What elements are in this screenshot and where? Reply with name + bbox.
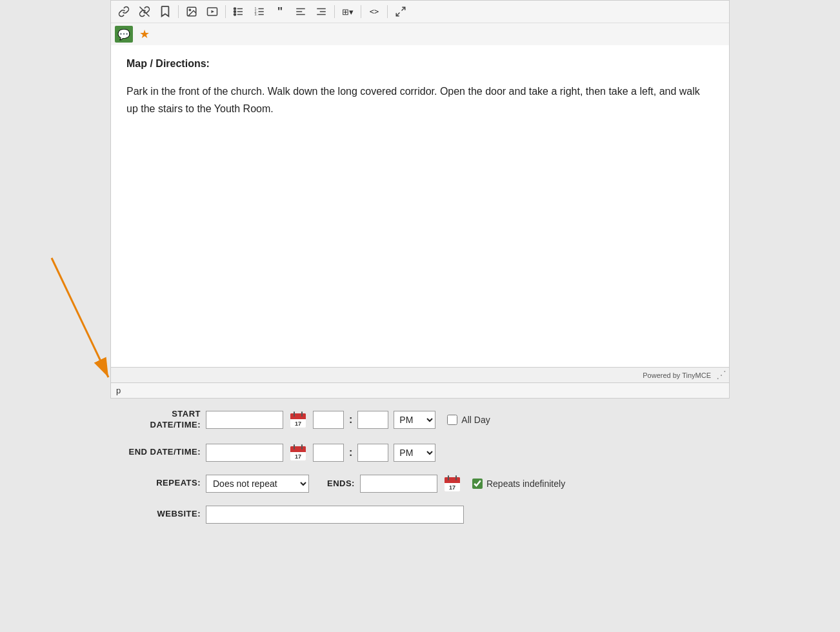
- status-char: p: [116, 386, 121, 395]
- editor-status-bar: p: [110, 383, 730, 399]
- end-hour-input[interactable]: 6: [313, 444, 344, 462]
- start-ampm-select[interactable]: AM PM: [394, 411, 435, 429]
- toolbar-row-2: 💬 ★: [111, 23, 729, 45]
- end-datetime-label: END DATE/TIME:: [110, 447, 201, 458]
- media-button[interactable]: [203, 3, 221, 20]
- fullscreen-button[interactable]: [392, 3, 410, 20]
- toolbar-row-1: 1. 2. 3. ": [111, 1, 729, 23]
- start-date-input[interactable]: 1/18/2019: [206, 411, 283, 429]
- svg-point-8: [234, 8, 236, 10]
- svg-rect-44: [445, 480, 460, 483]
- repeats-indefinitely-label: Repeats indefinitely: [472, 479, 565, 489]
- start-minute-input[interactable]: 00: [357, 411, 388, 429]
- sep4: [361, 5, 361, 18]
- svg-point-12: [234, 14, 236, 15]
- svg-line-26: [396, 13, 399, 16]
- all-day-text: All Day: [461, 415, 490, 425]
- svg-rect-30: [290, 417, 306, 419]
- website-label: WEBSITE:: [110, 509, 201, 520]
- all-day-label: All Day: [447, 415, 490, 425]
- blockquote-button[interactable]: ": [271, 3, 289, 20]
- page-wrapper: 1. 2. 3. ": [0, 0, 840, 632]
- ends-calendar-icon[interactable]: 17: [443, 475, 462, 493]
- all-day-checkbox[interactable]: [447, 415, 457, 425]
- svg-text:17: 17: [295, 420, 301, 427]
- code-button[interactable]: <>: [365, 3, 383, 20]
- svg-text:17: 17: [449, 484, 455, 491]
- svg-point-4: [189, 9, 190, 10]
- start-time-colon: :: [349, 414, 352, 426]
- sep1: [178, 5, 179, 18]
- numbered-list-button[interactable]: 1. 2. 3.: [250, 3, 268, 20]
- sep5: [387, 5, 388, 18]
- sep3: [334, 5, 335, 18]
- image-button[interactable]: [183, 3, 201, 20]
- svg-point-10: [234, 11, 236, 13]
- form-section: STARTDATE/TIME: 1/18/2019 17 6 : 00 AM P…: [110, 399, 730, 547]
- end-date-input[interactable]: 1/18/2019: [206, 444, 283, 462]
- table-button[interactable]: ⊞▾: [339, 3, 357, 20]
- start-date-calendar-icon[interactable]: 17: [288, 411, 308, 429]
- ends-label: ENDS:: [327, 479, 355, 488]
- align-right-button[interactable]: [312, 3, 330, 20]
- tinymce-bar: Powered by TinyMCE ⋰: [110, 368, 730, 383]
- end-minute-input[interactable]: 00: [357, 444, 388, 462]
- repeats-indefinitely-text: Repeats indefinitely: [486, 479, 565, 489]
- svg-text:17: 17: [295, 453, 301, 460]
- website-input[interactable]: [206, 506, 464, 524]
- repeats-row: REPEATS: Does not repeat Daily Weekly Mo…: [110, 475, 730, 493]
- start-datetime-row: STARTDATE/TIME: 1/18/2019 17 6 : 00 AM P…: [110, 409, 730, 431]
- bookmark-button[interactable]: [156, 3, 174, 20]
- end-time-colon: :: [349, 447, 352, 459]
- ends-date-input[interactable]: [360, 475, 437, 493]
- svg-marker-6: [212, 10, 215, 14]
- svg-line-1: [52, 258, 108, 377]
- sep2: [225, 5, 226, 18]
- repeats-label: REPEATS:: [110, 478, 201, 489]
- end-datetime-row: END DATE/TIME: 1/18/2019 17 6 : 00 AM PM: [110, 444, 730, 462]
- svg-text:3.: 3.: [255, 12, 257, 16]
- resize-handle[interactable]: ⋰: [716, 369, 726, 381]
- svg-line-25: [402, 7, 405, 10]
- editor-content: Park in the front of the church. Walk do…: [126, 83, 714, 117]
- editor-body[interactable]: Map / Directions: Park in the front of t…: [110, 45, 730, 368]
- link-button[interactable]: [115, 3, 133, 20]
- editor-toolbar: 1. 2. 3. ": [110, 0, 730, 45]
- bullet-list-button[interactable]: [230, 3, 248, 20]
- start-datetime-label: STARTDATE/TIME:: [110, 409, 201, 431]
- start-hour-input[interactable]: 6: [313, 411, 344, 429]
- repeats-indefinitely-checkbox[interactable]: [472, 479, 483, 489]
- end-date-calendar-icon[interactable]: 17: [288, 444, 308, 462]
- end-ampm-select[interactable]: AM PM: [394, 444, 435, 462]
- svg-rect-37: [290, 449, 306, 452]
- powered-by-label: Powered by TinyMCE: [643, 371, 711, 379]
- repeats-select[interactable]: Does not repeat Daily Weekly Monthly Yea…: [206, 475, 309, 493]
- editor-container: 1. 2. 3. ": [110, 0, 730, 399]
- align-left-button[interactable]: [292, 3, 310, 20]
- unlink-button[interactable]: [135, 3, 154, 20]
- comment-button[interactable]: 💬: [115, 26, 133, 43]
- editor-map-label: Map / Directions:: [126, 58, 714, 70]
- website-row: WEBSITE:: [110, 506, 730, 524]
- star-button[interactable]: ★: [135, 26, 154, 43]
